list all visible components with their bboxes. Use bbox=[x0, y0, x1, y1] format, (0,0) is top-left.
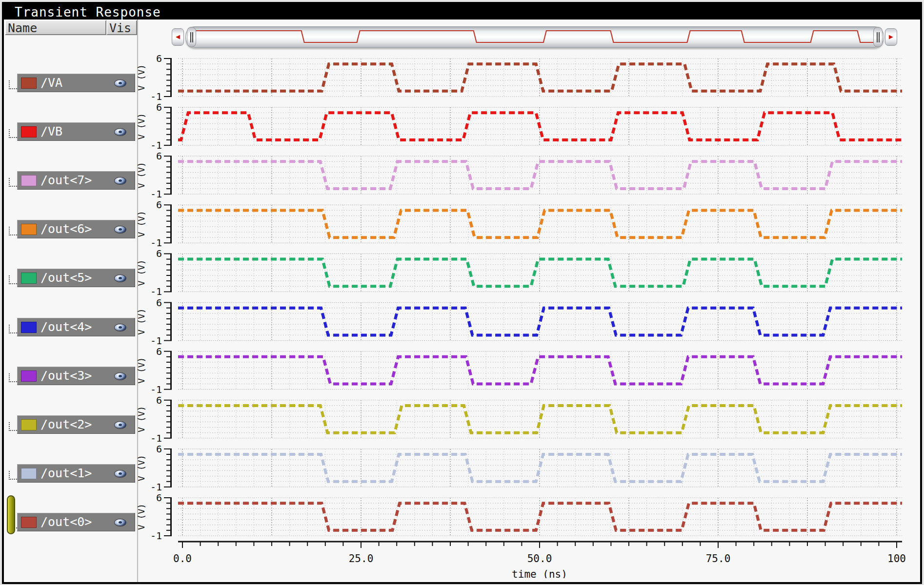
signal-color-swatch bbox=[21, 322, 37, 333]
y-axis-line bbox=[170, 253, 172, 292]
y-axis-line bbox=[170, 400, 172, 439]
signal-row[interactable]: /VB bbox=[17, 122, 135, 141]
signal-row[interactable]: /out<5> bbox=[17, 269, 135, 287]
x-axis-tick-label: 75.0 bbox=[706, 553, 731, 565]
y-axis-max-label: 6 bbox=[156, 150, 162, 162]
y-axis-line bbox=[170, 448, 172, 488]
signal-row[interactable]: /out<0> bbox=[17, 513, 135, 531]
y-axis-min-label: -1 bbox=[150, 335, 162, 347]
overview-left-zoom-grip[interactable] bbox=[187, 27, 196, 47]
column-header-vis[interactable]: Vis bbox=[106, 20, 137, 35]
y-axis-max-label: 6 bbox=[156, 101, 162, 113]
column-header-name[interactable]: Name bbox=[5, 20, 106, 35]
y-axis-min-label: -1 bbox=[150, 139, 162, 151]
tree-branch-icon bbox=[9, 129, 17, 138]
y-axis-line bbox=[170, 58, 172, 97]
overview-scroll-right-button[interactable]: ▶ bbox=[885, 28, 897, 46]
visibility-eye-icon[interactable] bbox=[114, 177, 126, 185]
y-axis-min-label: -1 bbox=[150, 530, 162, 542]
waveform-trace[interactable] bbox=[178, 210, 902, 237]
y-axis-min-label: -1 bbox=[150, 237, 162, 249]
waveform-trace[interactable] bbox=[178, 308, 902, 335]
signal-color-swatch bbox=[21, 175, 37, 186]
overview-right-zoom-grip[interactable] bbox=[873, 27, 883, 47]
visibility-eye-icon[interactable] bbox=[114, 470, 126, 478]
signal-list-panel: Name Vis /VA/VB/out<7>/out<6>/out<5>/out… bbox=[4, 20, 137, 582]
y-axis-max-label: 6 bbox=[156, 297, 162, 309]
waveform-trace[interactable] bbox=[178, 259, 902, 287]
signal-color-swatch bbox=[21, 273, 37, 284]
y-axis-line bbox=[170, 351, 172, 390]
signal-row[interactable]: /out<2> bbox=[17, 415, 135, 434]
y-axis-line bbox=[170, 204, 172, 243]
signal-row[interactable]: /out<6> bbox=[17, 220, 135, 238]
y-axis-line bbox=[170, 107, 172, 146]
signal-color-swatch bbox=[21, 468, 37, 479]
waveform-trace[interactable] bbox=[178, 161, 902, 189]
signal-name-label: /out<1> bbox=[40, 465, 92, 482]
visibility-eye-icon[interactable] bbox=[114, 324, 126, 332]
waveform-trace[interactable] bbox=[178, 454, 902, 482]
signal-name-label: /VA bbox=[40, 74, 62, 91]
y-axis-line bbox=[170, 497, 172, 536]
signal-row[interactable]: /out<7> bbox=[17, 171, 135, 190]
y-axis-max-label: 6 bbox=[156, 199, 162, 211]
y-axis-max-label: 6 bbox=[156, 492, 162, 504]
visibility-eye-icon[interactable] bbox=[114, 79, 126, 87]
x-axis-tick-label: 0.0 bbox=[173, 553, 192, 565]
x-axis-tick-label: 50.0 bbox=[527, 553, 552, 565]
signal-color-swatch bbox=[21, 419, 37, 430]
panel-plot-divider[interactable] bbox=[137, 20, 139, 582]
title-bar: Transient Response bbox=[4, 4, 920, 20]
signal-color-swatch bbox=[21, 224, 37, 235]
window-frame: Transient Response Name Vis /VA/VB/out<7… bbox=[2, 2, 922, 584]
signal-color-swatch bbox=[21, 126, 37, 137]
y-axis-max-label: 6 bbox=[156, 394, 162, 406]
y-axis-min-label: -1 bbox=[150, 481, 162, 493]
application-window: Transient Response Name Vis /VA/VB/out<7… bbox=[0, 0, 924, 585]
visibility-eye-icon[interactable] bbox=[114, 519, 126, 526]
waveform-trace[interactable] bbox=[178, 503, 902, 530]
signal-row[interactable]: /out<4> bbox=[17, 318, 135, 336]
signal-row[interactable]: /VA bbox=[17, 74, 135, 92]
x-axis-tick-label: 25.0 bbox=[349, 553, 374, 565]
signal-row[interactable]: /out<1> bbox=[17, 464, 135, 483]
signal-name-label: /out<2> bbox=[40, 416, 92, 433]
signal-name-label: /out<4> bbox=[40, 318, 92, 335]
x-axis-title: time (ns) bbox=[512, 568, 567, 578]
tree-branch-icon bbox=[9, 80, 17, 89]
visibility-eye-icon[interactable] bbox=[114, 128, 126, 136]
visibility-eye-icon[interactable] bbox=[114, 226, 126, 234]
signal-name-label: /out<0> bbox=[40, 513, 92, 530]
signal-color-swatch bbox=[21, 517, 37, 528]
signal-row[interactable]: /out<3> bbox=[17, 367, 135, 385]
y-axis-max-label: 6 bbox=[156, 443, 162, 455]
waveform-trace[interactable] bbox=[178, 64, 902, 91]
waveform-trace[interactable] bbox=[178, 357, 902, 384]
visibility-eye-icon[interactable] bbox=[114, 421, 126, 429]
vertical-scroll-thumb[interactable] bbox=[7, 495, 15, 534]
waveform-trace[interactable] bbox=[178, 406, 902, 433]
signal-name-label: /VB bbox=[40, 123, 62, 140]
tree-branch-icon bbox=[9, 325, 17, 333]
y-axis-max-label: 6 bbox=[156, 346, 162, 357]
y-axis-min-label: -1 bbox=[150, 91, 162, 102]
x-axis-tick-label: 100 bbox=[887, 553, 906, 565]
tree-branch-icon bbox=[9, 227, 17, 235]
signal-color-swatch bbox=[21, 78, 37, 89]
waveform-plot-area: 6-1V (V)6-1V (V)6-1V (V)6-1V (V)6-1V (V)… bbox=[4, 4, 924, 578]
visibility-eye-icon[interactable] bbox=[114, 274, 126, 282]
visibility-eye-icon[interactable] bbox=[114, 372, 126, 380]
overview-scroll-left-button[interactable]: ◀ bbox=[172, 28, 184, 46]
tree-branch-icon bbox=[9, 275, 17, 284]
tree-branch-icon bbox=[9, 373, 17, 382]
signal-color-swatch bbox=[21, 370, 37, 382]
signal-name-label: /out<3> bbox=[40, 367, 92, 384]
waveform-trace[interactable] bbox=[178, 113, 902, 140]
y-axis-min-label: -1 bbox=[150, 188, 162, 200]
overview-trace-line bbox=[196, 31, 874, 42]
overview-scrollbar[interactable] bbox=[185, 26, 884, 48]
overview-mini-trace bbox=[186, 27, 884, 47]
y-axis-line bbox=[170, 302, 172, 341]
y-axis-min-label: -1 bbox=[150, 432, 162, 444]
